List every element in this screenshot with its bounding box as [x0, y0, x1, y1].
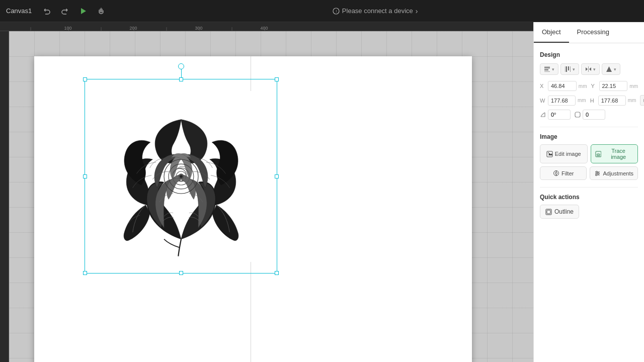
color-icon: [606, 66, 612, 72]
svg-rect-39: [547, 210, 550, 214]
svg-rect-11: [544, 69, 548, 70]
tab-processing[interactable]: Processing: [569, 22, 617, 43]
ruler-vertical: [0, 31, 9, 362]
ruler-mark-200-label: 200: [116, 26, 151, 31]
outline-button[interactable]: Outline: [540, 205, 579, 219]
adjustments-label: Adjustments: [603, 170, 633, 176]
y-input[interactable]: [599, 81, 628, 91]
adjustments-icon: [594, 170, 601, 176]
undo-icon: [43, 7, 51, 15]
y-unit: mm: [629, 83, 638, 89]
align-h-button[interactable]: ▾: [540, 63, 558, 75]
selected-object[interactable]: [85, 79, 277, 274]
corner-field: [575, 110, 605, 120]
x-field: X mm: [540, 81, 587, 91]
main-area: 100 200 300 400: [0, 22, 644, 362]
handle-bottom-right[interactable]: [275, 271, 279, 275]
hand-icon: [97, 7, 105, 15]
filter-label: Filter: [561, 170, 574, 176]
play-icon: [79, 7, 87, 15]
h-input[interactable]: [598, 96, 626, 106]
undo-button[interactable]: [40, 5, 54, 17]
svg-marker-0: [81, 8, 86, 14]
handle-bottom-middle[interactable]: [179, 271, 183, 275]
canvas-body: [0, 31, 533, 362]
position-wh-row: W mm H mm: [540, 95, 638, 106]
flip-chevron: ▾: [593, 67, 596, 72]
h-field: H mm: [590, 96, 636, 106]
redo-icon: [61, 7, 69, 15]
svg-rect-14: [566, 66, 567, 72]
svg-point-36: [598, 173, 599, 174]
connect-device-button[interactable]: ! Please connect a device ›: [333, 7, 418, 15]
angle-input[interactable]: [548, 110, 571, 120]
play-button[interactable]: [76, 5, 90, 17]
corner-input[interactable]: [583, 110, 605, 120]
svg-rect-16: [565, 66, 566, 72]
corner-icon: [575, 112, 581, 118]
y-field: Y mm: [591, 81, 638, 91]
filter-button[interactable]: Filter: [540, 166, 587, 180]
handle-top-middle[interactable]: [179, 77, 183, 81]
y-label: Y: [591, 83, 597, 89]
svg-point-29: [555, 172, 557, 174]
angle-icon: [540, 112, 546, 118]
svg-rect-18: [588, 66, 589, 72]
app-title: Canvas1: [6, 7, 32, 15]
w-field: W mm: [540, 96, 586, 106]
edit-image-icon: [546, 151, 553, 157]
image-section: Image Edit image: [540, 127, 638, 180]
outline-icon: [545, 209, 552, 215]
handle-bottom-left[interactable]: [83, 271, 87, 275]
warning-icon: !: [333, 8, 340, 15]
align-v-icon: [565, 66, 571, 72]
canvas-area: 100 200 300 400: [0, 22, 533, 362]
tab-object[interactable]: Object: [534, 22, 569, 43]
rose-svg: [96, 91, 267, 262]
svg-marker-21: [606, 66, 612, 72]
svg-rect-10: [544, 67, 550, 68]
align-h-icon: [544, 66, 550, 72]
svg-rect-13: [544, 66, 550, 67]
rotate-line: [181, 69, 182, 77]
ruler-horizontal: 100 200 300 400: [0, 22, 533, 31]
edit-image-button[interactable]: Edit image: [540, 144, 588, 163]
w-input[interactable]: [548, 96, 576, 106]
image-buttons-row2: Filter Adjustments: [540, 166, 638, 180]
handle-top-right[interactable]: [275, 77, 279, 81]
angle-row: [540, 110, 638, 120]
trace-image-button[interactable]: Trace image: [591, 144, 638, 163]
ruler-marks: 100 200 300 400: [10, 22, 282, 31]
x-input[interactable]: [548, 81, 577, 91]
hand-tool-button[interactable]: [94, 5, 108, 17]
svg-marker-20: [589, 67, 591, 71]
position-xy-row: X mm Y mm: [540, 81, 638, 91]
connect-chevron-icon: ›: [416, 7, 418, 15]
edit-image-label: Edit image: [555, 151, 581, 157]
handle-middle-right[interactable]: [275, 174, 279, 178]
rose-image: [85, 79, 277, 273]
angle-field: [540, 110, 571, 120]
handle-top-left[interactable]: [83, 77, 87, 81]
adjustments-button[interactable]: Adjustments: [590, 166, 638, 180]
outline-label: Outline: [554, 208, 574, 215]
handle-middle-left[interactable]: [83, 174, 87, 178]
toolbar-center: ! Please connect a device ›: [112, 7, 638, 15]
canvas-page: [34, 56, 472, 362]
workspace[interactable]: [9, 31, 533, 362]
rotate-handle[interactable]: [178, 63, 184, 69]
image-buttons-row1: Edit image Trace image: [540, 144, 638, 163]
svg-text:!: !: [336, 10, 337, 13]
svg-rect-15: [568, 66, 569, 70]
align-v-button[interactable]: ▾: [560, 63, 579, 75]
redo-button[interactable]: [58, 5, 72, 17]
flip-button[interactable]: ▾: [581, 63, 600, 75]
lock-proportions-button[interactable]: [640, 95, 644, 106]
filter-icon: [553, 170, 559, 176]
quick-actions-section: Quick actions Outline: [540, 187, 638, 219]
flip-icon: [585, 66, 592, 72]
svg-point-37: [596, 174, 597, 176]
ruler-mark-300-label: 300: [181, 26, 216, 31]
image-section-label: Image: [540, 133, 638, 140]
color-button[interactable]: ▾: [602, 63, 620, 75]
